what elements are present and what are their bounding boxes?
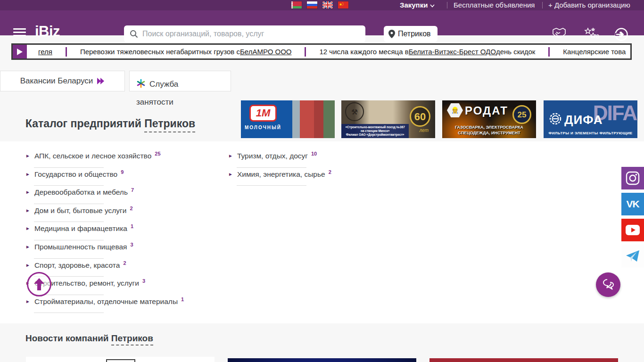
category-list-left: ►АПК, сельское и лесное хозяйство25 ►Гос… bbox=[25, 150, 214, 313]
category-item[interactable]: ►Деревообработка и мебель7 bbox=[25, 186, 214, 205]
ticker-separator bbox=[66, 47, 67, 57]
category-item[interactable]: ►Строительство, ремонт, услуги3 bbox=[25, 277, 214, 296]
banner-stamp-icon: ⚒ bbox=[345, 102, 364, 121]
triangle-right-icon: ► bbox=[25, 299, 30, 304]
category-item[interactable]: ►АПК, сельское и лесное хозяйство25 bbox=[25, 150, 214, 168]
triangle-right-icon: ► bbox=[25, 263, 30, 268]
youtube-icon bbox=[626, 225, 640, 235]
tab-employment-service[interactable]: Служба занятости bbox=[129, 71, 231, 91]
social-vk[interactable]: VK bbox=[621, 193, 644, 215]
banner-rodat[interactable]: 👷 РОДАТ 25 ГАЗОСВАРКА, ЭЛЕКТРОСВАРКА СПЕ… bbox=[442, 100, 536, 138]
banner-logo: 1М bbox=[249, 105, 277, 122]
category-item[interactable]: ►Стройматериалы, отделочные материалы1 bbox=[25, 296, 214, 314]
tab-vacancies[interactable]: Вакансии Беларуси bbox=[0, 71, 125, 91]
ticker-text: день скидок bbox=[496, 48, 535, 56]
location-pin-icon bbox=[388, 30, 395, 38]
triangle-right-icon: ► bbox=[25, 208, 30, 213]
company-logo bbox=[106, 359, 135, 362]
chat-button[interactable] bbox=[596, 272, 620, 297]
topbar-divider bbox=[447, 2, 447, 8]
divider bbox=[34, 185, 104, 186]
login-icon[interactable] bbox=[614, 27, 628, 41]
news-ticker: геля Перевозки тяжеловесных негабаритных… bbox=[11, 43, 632, 60]
category-item[interactable]: ►Промышленность пищевая3 bbox=[25, 241, 214, 259]
search-icon bbox=[130, 30, 138, 38]
category-item[interactable]: ►Химия, энергетика, сырье2 bbox=[228, 168, 370, 187]
search-input[interactable] bbox=[142, 30, 360, 38]
welder-icon: 👷 bbox=[447, 103, 463, 117]
category-item[interactable]: ►Дом и быт, бытовые услуги2 bbox=[25, 205, 214, 223]
banner-difa[interactable]: DIFA ДИФА ФИЛЬТРЫ И ЭЛЕМЕНТЫ ФИЛЬТРУЮЩИЕ bbox=[544, 100, 637, 138]
city-selector[interactable]: Петриков bbox=[144, 117, 195, 132]
news-title: Новости компаний Петриков bbox=[25, 333, 153, 344]
scroll-to-top-button[interactable] bbox=[27, 272, 51, 296]
double-chevron-right-icon bbox=[97, 78, 105, 84]
triangle-right-icon: ► bbox=[25, 153, 30, 158]
topbar: ★ Закупки Бесплатные объявления + Добави… bbox=[0, 0, 644, 10]
divider bbox=[34, 167, 104, 168]
ticker-link[interactable]: геля bbox=[38, 48, 52, 56]
triangle-right-icon: ► bbox=[25, 172, 30, 177]
divider bbox=[34, 204, 104, 204]
triangle-right-icon: ► bbox=[228, 172, 233, 177]
language-flags: ★ bbox=[291, 1, 348, 8]
news-card[interactable] bbox=[228, 358, 416, 362]
chat-bubbles-icon bbox=[601, 279, 615, 291]
ticker-play-icon bbox=[13, 45, 27, 58]
banner-1m-molochny[interactable]: 1М МОЛОЧНЫЙ bbox=[241, 100, 335, 138]
search-bar bbox=[124, 25, 365, 42]
flag-russia-icon[interactable] bbox=[307, 1, 317, 8]
flag-belarus-icon[interactable] bbox=[291, 1, 302, 8]
procurement-menu[interactable]: Закупки bbox=[400, 0, 435, 10]
social-youtube[interactable] bbox=[621, 219, 644, 241]
telegram-icon bbox=[626, 249, 640, 263]
site-logo[interactable]: iBiz bbox=[35, 23, 60, 40]
menu-hamburger-icon[interactable] bbox=[13, 28, 26, 37]
social-telegram[interactable] bbox=[621, 245, 644, 267]
city-selector[interactable]: Петриков bbox=[111, 333, 153, 346]
news-card[interactable] bbox=[26, 357, 215, 362]
topbar-divider bbox=[542, 2, 543, 8]
add-organization-link[interactable]: + Добавить организацию bbox=[548, 0, 630, 10]
banner-smp-367[interactable]: ⚒ 60 лет «Строительно-монтажный поезд №3… bbox=[341, 100, 435, 138]
divider bbox=[237, 185, 306, 186]
location-label: Петриков bbox=[398, 30, 431, 38]
ticker-link[interactable]: БелАМРО ООО bbox=[240, 48, 291, 56]
ticker-text: 12 числа каждого месяца в bbox=[319, 48, 408, 56]
flag-uk-icon[interactable] bbox=[322, 1, 333, 8]
category-item[interactable]: ►Спорт, здоровье, красота2 bbox=[25, 259, 214, 278]
news-card[interactable] bbox=[429, 358, 618, 362]
chevron-down-icon bbox=[430, 4, 435, 8]
triangle-right-icon: ► bbox=[228, 153, 233, 158]
vk-icon: VK bbox=[626, 198, 639, 210]
ticker-separator bbox=[548, 47, 550, 57]
ticker-separator bbox=[305, 47, 306, 57]
plus-icon: + bbox=[548, 1, 553, 9]
divider bbox=[34, 222, 104, 222]
divider bbox=[34, 258, 104, 259]
header: iBiz Петриков 0 bbox=[0, 10, 644, 35]
employment-service-icon bbox=[136, 79, 146, 88]
instagram-icon bbox=[626, 171, 640, 185]
divider bbox=[34, 313, 104, 313]
divider bbox=[34, 240, 104, 240]
category-item[interactable]: ►Медицина и фармацевтика1 bbox=[25, 222, 214, 241]
arrow-up-icon bbox=[34, 278, 44, 290]
category-item[interactable]: ►Туризм, отдых, досуг10 bbox=[228, 150, 370, 168]
handshake-icon[interactable] bbox=[552, 27, 567, 40]
triangle-right-icon: ► bbox=[25, 244, 30, 249]
flag-china-icon[interactable]: ★ bbox=[338, 1, 348, 8]
divider bbox=[237, 167, 306, 168]
social-rail: VK bbox=[621, 167, 644, 271]
social-instagram[interactable] bbox=[621, 167, 644, 189]
ticker-text: Перевозки тяжеловесных негабаритных груз… bbox=[80, 48, 240, 56]
favorites-count[interactable]: 0 bbox=[596, 33, 599, 40]
free-ads-link[interactable]: Бесплатные объявления bbox=[454, 0, 535, 10]
location-selector[interactable]: Петриков bbox=[384, 26, 438, 42]
category-item[interactable]: ►Государство и общество9 bbox=[25, 168, 214, 187]
ticker-link[interactable]: Белита-Витэкс-Брест ОДО bbox=[409, 48, 496, 56]
triangle-right-icon: ► bbox=[25, 226, 30, 231]
page: ★ Закупки Бесплатные объявления + Добави… bbox=[0, 0, 644, 362]
svg-text:★: ★ bbox=[339, 2, 342, 7]
gear-icon bbox=[548, 112, 562, 126]
